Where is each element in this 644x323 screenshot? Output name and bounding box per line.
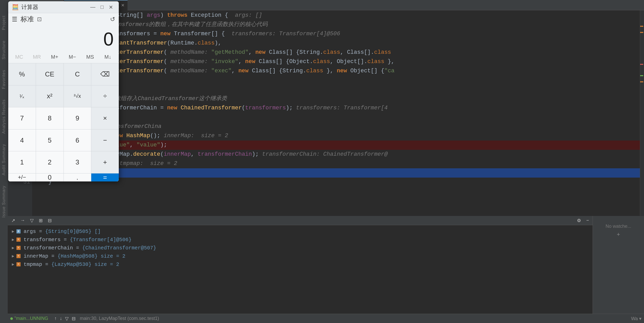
calc-6-button[interactable]: 6 [64,129,91,151]
code-line-14: //此处构建了一个transformers的数组，在其中构建了任意函数执行的核心… [35,20,640,29]
calc-2-button[interactable]: 2 [36,151,64,173]
mem-mr-button[interactable]: MR [28,52,46,62]
calc-reciprocal-button[interactable]: ¹⁄ₓ [8,85,36,107]
debug-collapse[interactable]: ⊟ [46,217,53,224]
calc-3-button[interactable]: 3 [64,151,91,173]
debug-expand[interactable]: ⊞ [37,217,44,224]
calc-mode-switch-icon[interactable]: ⊡ [37,16,42,23]
calc-menu-icon[interactable]: ☰ [12,16,17,23]
calc-multiply-button[interactable]: × [91,107,119,129]
debug-settings[interactable]: ⚙ [575,217,583,224]
var-name-tmpmap: tmpmap [24,261,42,267]
calc-maximize-button[interactable]: □ [98,4,106,11]
calc-1-button[interactable]: 1 [8,151,36,173]
debug-minus[interactable]: − [585,217,591,224]
code-line-31: } [35,178,640,187]
sidebar-item-structure[interactable]: Structure [2,40,6,59]
calc-percent-button[interactable]: % [8,63,36,85]
calculator-window: 🧮 计算器 — □ ✕ ☰ 标准 ⊡ ↺ 0 MC MR M+ M− MS M↓… [8,1,119,181]
mem-mc-button[interactable]: MC [10,52,28,62]
filter-btn[interactable]: ▽ [64,315,70,322]
calc-divide-button[interactable]: ÷ [91,85,119,107]
var-val-chain: {ChainedTransformer@507} [82,245,156,251]
step-up[interactable]: ↑ [53,315,58,322]
var-val-args: {String[0]@505} [] [45,229,101,234]
code-line-21 [35,85,640,94]
calc-equals-button[interactable]: = [91,173,119,181]
debug-step-into[interactable]: ↗ [10,217,17,224]
var-val-transformers: {Transformer[4]@506} [70,237,132,243]
calc-result: 0 [103,30,114,48]
debug-variables-panel: ▶ p args = {String[0]@505} [] ▶ ≡ transf… [8,225,593,314]
calc-decimal-button[interactable]: . [64,173,91,181]
calc-sqrt-button[interactable]: ²√x [64,85,91,107]
var-val-innermap: {HashMap@508} size = 2 [58,253,125,259]
run-status: "main...UNNING [10,316,48,321]
calc-negate-button[interactable]: +/− [8,173,36,181]
mem-ms-button[interactable]: MS [81,52,99,62]
calc-4-button[interactable]: 4 [8,129,36,151]
sidebar-item-favorites[interactable]: Favorites [2,70,6,89]
code-line-19: new InvokerTransformer( methodName: "exe… [35,66,640,76]
calc-8-button[interactable]: 8 [36,107,64,129]
bottom-panel: ↗ → ▽ ⊞ ⊟ ⚙ − ▶ p args [8,216,644,314]
calc-title-icon: 🧮 [12,4,19,11]
code-line-30 [35,168,640,178]
calc-add-button[interactable]: + [91,151,119,173]
calc-0-button[interactable]: 0 [36,173,64,181]
sidebar-item-analysis[interactable]: Analysis Results [2,99,6,134]
code-line-28: Map tmpmap = LazyMap.decorate(innerMap, … [35,150,640,159]
var-icon-innermap: ≡ [16,254,21,258]
mem-mminus-button[interactable]: M− [64,52,81,62]
debug-location: main:30, LazyMapTest (com.sec.test1) [80,316,159,321]
sidebar-item-audit[interactable]: Audit Summary [2,144,6,175]
calc-clear-button[interactable]: C [64,63,91,85]
code-line-25: //创建Map并绑定transformerChina [35,122,640,131]
code-line-24 [35,113,640,122]
debug-filter[interactable]: ▽ [29,217,35,224]
add-watch-button[interactable]: + [617,231,620,238]
vertical-sidebar: Project Structure Favorites Analysis Res… [0,0,8,323]
calc-minimize-button[interactable]: — [88,4,97,11]
debug-var-args: ▶ p args = {String[0]@505} [] [12,227,588,235]
expand-btn[interactable]: ⊟ [71,315,77,322]
expand-innermap[interactable]: ▶ [12,254,14,259]
sidebar-item-issue[interactable]: Issue Summary [2,186,6,217]
code-line-22: //将transformers数组存入ChaniedTransformer这个继… [35,94,640,103]
calc-memory-row: MC MR M+ M− MS M↓ [8,51,119,63]
debug-step-over[interactable]: → [19,217,26,224]
calc-backspace-button[interactable]: ⌫ [91,63,119,85]
code-line-23: Transformer transformerChain = new Chain… [35,103,640,113]
expand-transformers[interactable]: ▶ [12,237,14,242]
calc-5-button[interactable]: 5 [36,129,64,151]
calc-titlebar: 🧮 计算器 — □ ✕ [8,1,119,13]
calc-mode-label: 标准 [21,15,34,24]
tab-lazymaptestjava-close[interactable]: ✕ [121,3,124,8]
calc-7-button[interactable]: 7 [8,107,36,129]
expand-chain[interactable]: ▶ [12,245,14,250]
sidebar-item-project[interactable]: Project [2,15,6,30]
mem-mdown-button[interactable]: M↓ [99,52,117,62]
var-icon-chain: ≡ [16,246,21,250]
debug-toolbar: ↗ → ▽ ⊞ ⊟ ⚙ − [8,216,593,225]
code-line-29: tmpmap.get("1"); tmpmap: size = 2 [35,159,640,168]
calc-square-button[interactable]: x² [36,85,64,107]
code-body[interactable]: public static void main(String[] args) t… [32,10,640,216]
calc-subtract-button[interactable]: − [91,129,119,151]
step-down[interactable]: ↓ [59,315,63,322]
calc-ce-button[interactable]: CE [36,63,64,85]
calc-buttons-grid: % CE C ⌫ ¹⁄ₓ x² ²√x ÷ 7 8 9 × 4 5 6 − 1 … [8,63,119,181]
code-line-18: new InvokerTransformer( methodName: "inv… [35,57,640,66]
var-name-transformers: transformers [24,237,61,243]
calc-9-button[interactable]: 9 [64,107,91,129]
mem-mplus-button[interactable]: M+ [46,52,64,62]
run-label: "main...UNNING [14,316,48,321]
calc-close-button[interactable]: ✕ [107,4,115,11]
expand-tmpmap[interactable]: ▶ [12,262,14,267]
var-name-chain: transformerChain [24,245,73,251]
status-bar: "main...UNNING ↑ ↓ ▽ ⊟ main:30, LazyMapT… [8,314,644,323]
calc-history-icon[interactable]: ↺ [110,16,115,23]
var-val-tmpmap: {LazyMap@530} size = 2 [51,261,119,267]
expand-args[interactable]: ▶ [12,229,14,234]
error-stripe [640,10,644,216]
